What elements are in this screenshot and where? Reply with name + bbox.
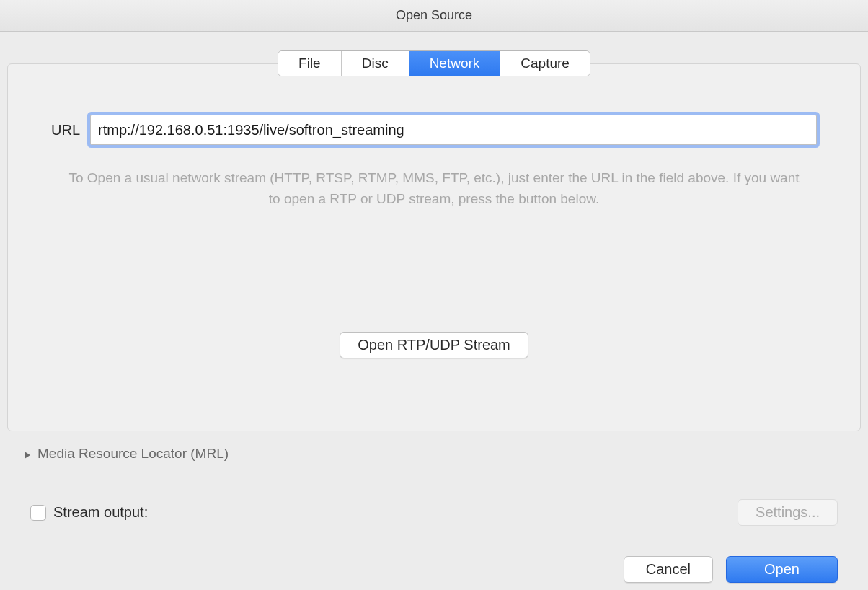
- svg-marker-0: [25, 452, 30, 459]
- settings-button[interactable]: Settings...: [738, 499, 838, 526]
- open-rtp-udp-button[interactable]: Open RTP/UDP Stream: [340, 332, 528, 358]
- disclosure-triangle-icon: [23, 449, 32, 458]
- tab-capture[interactable]: Capture: [500, 51, 590, 76]
- url-label: URL: [51, 122, 80, 138]
- network-panel: URL To Open a usual network stream (HTTP…: [7, 63, 861, 431]
- url-input[interactable]: [90, 115, 817, 145]
- source-tabs: File Disc Network Capture: [278, 50, 590, 76]
- tab-network[interactable]: Network: [409, 51, 501, 76]
- stream-output-label: Stream output:: [53, 504, 148, 521]
- cancel-button[interactable]: Cancel: [624, 556, 713, 583]
- mrl-disclosure[interactable]: Media Resource Locator (MRL): [23, 446, 861, 462]
- help-text: To Open a usual network stream (HTTP, RT…: [51, 168, 817, 209]
- window-titlebar: Open Source: [0, 0, 868, 32]
- mrl-label: Media Resource Locator (MRL): [37, 446, 229, 462]
- window-title: Open Source: [396, 8, 472, 23]
- open-button[interactable]: Open: [726, 556, 838, 583]
- tab-file[interactable]: File: [278, 51, 342, 76]
- tab-disc[interactable]: Disc: [342, 51, 409, 76]
- stream-output-checkbox[interactable]: [30, 505, 46, 521]
